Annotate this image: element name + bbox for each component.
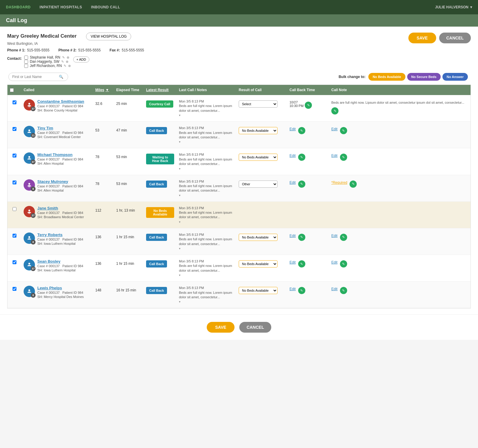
patient-name[interactable]: Jane Smith xyxy=(37,206,84,210)
result-select[interactable]: SelectNo Beds AvailableNo Secure BedsNo … xyxy=(239,260,278,267)
result-select[interactable]: SelectNo Beds AvailableNo Secure BedsNo … xyxy=(239,181,278,188)
edit-icon-3[interactable]: ✎ xyxy=(64,64,66,68)
header-last-call: Last Call / Notes xyxy=(177,88,236,92)
row-checkbox[interactable] xyxy=(13,154,16,158)
nav-dashboard[interactable]: DASHBOARD xyxy=(6,5,31,9)
edit-note-icon[interactable]: ✎ xyxy=(340,154,347,161)
bulk-no-beds-button[interactable]: No Beds Available xyxy=(368,73,405,81)
edit-icon-1[interactable]: ✎ xyxy=(62,56,65,59)
edit-note-link[interactable]: Edit xyxy=(331,234,338,238)
result-select[interactable]: SelectNo Beds AvailableNo Secure BedsNo … xyxy=(239,100,278,108)
result-select[interactable]: SelectNo Beds AvailableNo Secure BedsNo … xyxy=(239,234,278,241)
bottom-buttons: SAVE CANCEL xyxy=(0,314,478,340)
patient-name[interactable]: Michael Thompson xyxy=(37,152,83,157)
remove-icon-2[interactable]: ⊗ xyxy=(66,60,68,64)
expand-notes[interactable]: ▾ xyxy=(179,273,180,277)
edit-callback-icon[interactable]: ✎ xyxy=(298,181,305,188)
patient-col: 37 Constantine Smithsonian Case # 000137… xyxy=(21,98,93,113)
required-note-link[interactable]: *Required xyxy=(331,181,347,185)
edit-note-icon[interactable]: ✎ xyxy=(340,287,347,294)
edit-callback-icon[interactable]: ✎ xyxy=(298,127,305,134)
contact-checkbox-2[interactable] xyxy=(24,60,28,64)
contact-checkbox-3[interactable] xyxy=(24,64,28,68)
bulk-no-secure-button[interactable]: No Secure Beds xyxy=(407,73,441,81)
row-checkbox[interactable] xyxy=(13,127,16,131)
header-miles[interactable]: Miles ▼ xyxy=(93,88,114,92)
edit-note-icon[interactable]: ✎ xyxy=(350,181,357,188)
patient-name[interactable]: Lewis Phelps xyxy=(37,286,84,290)
row-check-col xyxy=(7,178,21,186)
remove-icon-3[interactable]: ⊗ xyxy=(68,64,71,68)
add-contact-button[interactable]: + ADD xyxy=(73,56,89,62)
expand-notes[interactable]: ▾ xyxy=(179,247,180,250)
callback-col xyxy=(287,205,329,208)
phone1-value: 515-555-5555 xyxy=(27,48,50,52)
contact-name-2: Dan Haggerty, SW xyxy=(30,59,59,64)
row-checkbox[interactable] xyxy=(13,181,16,184)
edit-callback-link[interactable]: Edit xyxy=(289,287,296,291)
edit-note-link[interactable]: Edit xyxy=(331,154,338,158)
edit-callback-link[interactable]: Edit xyxy=(289,260,296,264)
cancel-button-bottom[interactable]: CANCEL xyxy=(239,322,271,333)
row-checkbox[interactable] xyxy=(13,234,16,238)
callback-col: Edit ✎ xyxy=(287,151,329,162)
patient-name[interactable]: Sean Bosley xyxy=(37,259,83,264)
expand-notes[interactable]: ▾ xyxy=(179,194,180,197)
edit-callback-link[interactable]: Edit xyxy=(289,127,296,131)
table-header: Called Miles ▼ Elapsed Time Latest Resul… xyxy=(7,85,471,95)
notes-col: Mon 3/5 8:13 PM Beds are full right now.… xyxy=(177,178,236,198)
edit-note-link[interactable]: Edit xyxy=(331,127,338,131)
nav-inpatient[interactable]: INPATIENT HOSPITALS xyxy=(40,5,82,9)
elapsed-col: 25 min xyxy=(114,98,144,107)
miles-col: 53 xyxy=(93,125,114,134)
row-checkbox[interactable] xyxy=(13,100,16,104)
edit-icon-2[interactable]: ✎ xyxy=(61,60,64,64)
result-select[interactable]: SelectNo Beds AvailableNo Secure BedsNo … xyxy=(239,127,278,134)
expand-notes[interactable]: ▾ xyxy=(179,300,180,303)
row-checkbox[interactable] xyxy=(13,287,16,291)
edit-callback-icon[interactable]: ✎ xyxy=(298,154,305,161)
edit-callback-link[interactable]: Edit xyxy=(289,181,296,185)
cancel-button-top[interactable]: CANCEL xyxy=(439,33,471,43)
result-select[interactable]: SelectNo Beds AvailableNo Secure BedsNo … xyxy=(239,287,278,294)
edit-callback-link[interactable]: Edit xyxy=(289,154,296,158)
hospital-info: Mary Greeley Medical Center VIEW HOSPITA… xyxy=(7,33,408,68)
contact-checkbox-1[interactable] xyxy=(24,56,28,59)
bulk-no-answer-button[interactable]: No Answer xyxy=(442,73,468,81)
user-menu[interactable]: JULIE HALVERSON ▾ xyxy=(435,5,472,9)
edit-callback-link[interactable]: Edit xyxy=(289,234,296,238)
toolbar: 🔍 Bulk change to: No Beds Available No S… xyxy=(7,73,471,81)
save-button-bottom[interactable]: SAVE xyxy=(207,322,235,333)
save-button-top[interactable]: SAVE xyxy=(408,33,436,43)
edit-note-link[interactable]: Edit xyxy=(331,260,338,264)
nav-inbound[interactable]: INBOUND CALL xyxy=(91,5,120,9)
edit-callback-icon[interactable]: ✎ xyxy=(298,260,305,267)
edit-note-icon[interactable]: ✎ xyxy=(340,260,347,267)
row-checkbox[interactable] xyxy=(13,260,16,264)
edit-callback-icon[interactable]: ✎ xyxy=(298,234,305,241)
patient-name[interactable]: Tiny Tim xyxy=(37,126,83,130)
edit-note-link[interactable]: Edit xyxy=(331,287,338,291)
edit-note-icon[interactable]: ✎ xyxy=(340,127,347,134)
edit-callback-icon[interactable]: ✎ xyxy=(298,287,305,294)
expand-notes[interactable]: ▾ xyxy=(179,220,180,224)
remove-icon-1[interactable]: ⊗ xyxy=(67,56,69,59)
expand-notes[interactable]: ▾ xyxy=(179,167,180,170)
patient-name[interactable]: Stacey Mulroney xyxy=(37,179,83,184)
expand-notes[interactable]: ▾ xyxy=(179,114,180,117)
patient-name[interactable]: Terry Roberts xyxy=(37,233,83,237)
view-hospital-log-button[interactable]: VIEW HOSPITAL LOG xyxy=(86,33,131,40)
patient-name[interactable]: Constantine Smithsonian xyxy=(37,99,84,104)
expand-notes[interactable]: ▾ xyxy=(179,140,180,143)
result-col: SelectNo Beds AvailableNo Secure BedsNo … xyxy=(236,125,287,135)
search-input[interactable] xyxy=(12,75,57,79)
svg-point-7 xyxy=(28,289,30,291)
select-all-checkbox[interactable] xyxy=(10,88,14,92)
result-select[interactable]: SelectNo Beds AvailableNo Secure BedsNo … xyxy=(239,154,278,161)
row-checkbox[interactable] xyxy=(13,207,16,211)
edit-callback-icon[interactable]: ✎ xyxy=(305,102,312,109)
avatar-badge: 8 xyxy=(31,186,36,191)
edit-note-icon[interactable]: ✎ xyxy=(331,107,338,114)
edit-note-icon[interactable]: ✎ xyxy=(340,234,347,241)
note-col: Beds are full right now. Lipsum dolor si… xyxy=(329,98,471,116)
